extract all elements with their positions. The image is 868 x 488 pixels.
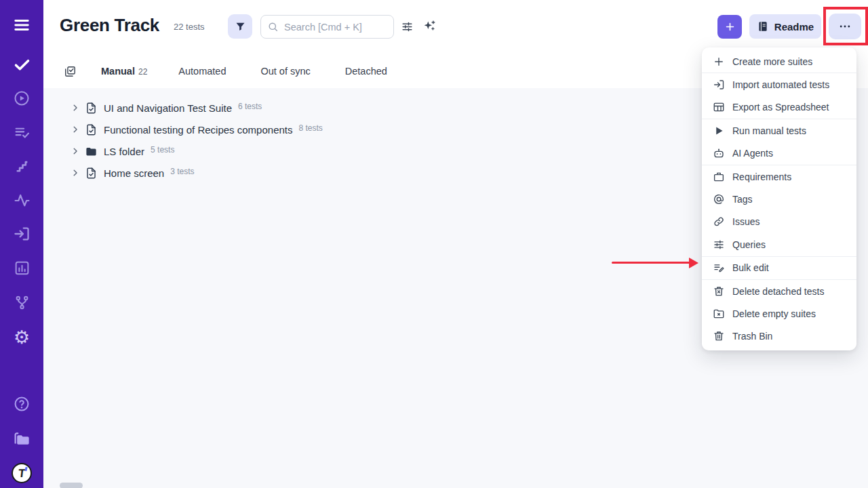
plus-icon bbox=[713, 56, 725, 68]
add-suite-button[interactable] bbox=[717, 15, 742, 39]
chevron-right-icon[interactable] bbox=[71, 103, 80, 113]
import-icon bbox=[713, 79, 725, 91]
tab-out-of-sync[interactable]: Out of sync bbox=[260, 66, 313, 77]
search-box bbox=[260, 15, 394, 39]
readme-label: Readme bbox=[774, 21, 814, 33]
page-title: Green Track bbox=[60, 15, 159, 36]
milestones-steps-icon[interactable] bbox=[8, 152, 35, 180]
suite-count: 6 tests bbox=[238, 102, 262, 111]
chevron-right-icon[interactable] bbox=[71, 168, 80, 178]
suite-count: 3 tests bbox=[170, 167, 194, 176]
menu-item-import-automated-tests[interactable]: Import automated tests bbox=[702, 73, 856, 96]
tabs-row: Manual22 Automated Out of sync Detached bbox=[64, 62, 422, 80]
app-logo[interactable]: T bbox=[8, 460, 35, 487]
ai-sparkles-icon[interactable] bbox=[422, 19, 437, 35]
menu-item-queries[interactable]: Queries bbox=[702, 233, 856, 256]
plus-icon bbox=[724, 21, 736, 33]
tests-check-icon[interactable] bbox=[8, 51, 35, 78]
tab-count: 22 bbox=[138, 67, 147, 77]
menu-item-tags[interactable]: Tags bbox=[702, 188, 856, 210]
chevron-right-icon[interactable] bbox=[71, 125, 80, 134]
trash-icon bbox=[713, 330, 725, 342]
menu-item-delete-detached-tests[interactable]: Delete detached tests bbox=[702, 280, 856, 302]
book-icon bbox=[757, 20, 769, 33]
ellipsis-icon bbox=[838, 20, 852, 33]
help-icon[interactable] bbox=[8, 390, 35, 418]
more-actions-menu: Create more suites Import automated test… bbox=[702, 47, 856, 350]
tab-detached[interactable]: Detached bbox=[345, 66, 391, 77]
sliders-icon bbox=[713, 239, 725, 251]
link-icon bbox=[713, 216, 725, 228]
search-input[interactable] bbox=[260, 15, 394, 39]
search-icon bbox=[267, 21, 279, 33]
test-plans-icon[interactable] bbox=[8, 119, 35, 146]
briefcase-icon bbox=[713, 171, 725, 183]
menu-item-export-as-spreadsheet[interactable]: Export as Spreadsheet bbox=[702, 96, 856, 119]
menu-item-create-more-suites[interactable]: Create more suites bbox=[702, 50, 856, 73]
filter-button[interactable] bbox=[228, 14, 252, 39]
at-sign-icon bbox=[713, 193, 725, 205]
logo-circle: T bbox=[12, 463, 32, 483]
hamburger-menu-icon[interactable] bbox=[8, 12, 35, 39]
spreadsheet-icon bbox=[713, 101, 725, 113]
tests-count: 22 tests bbox=[174, 22, 205, 32]
suite-count: 5 tests bbox=[151, 145, 174, 155]
chevron-right-icon[interactable] bbox=[71, 146, 80, 156]
sidebar: ⚙ T bbox=[0, 0, 43, 488]
suite-name: Home screen bbox=[104, 167, 164, 179]
menu-item-issues[interactable]: Issues bbox=[702, 211, 856, 233]
horizontal-scrollbar-thumb[interactable] bbox=[60, 483, 83, 488]
view-settings-sliders-icon[interactable] bbox=[401, 20, 414, 35]
trash-x-icon bbox=[713, 285, 725, 298]
menu-item-bulk-edit[interactable]: Bulk edit bbox=[702, 257, 856, 279]
suite-count: 8 tests bbox=[299, 123, 323, 133]
suite-name: UI and Navigation Test Suite bbox=[104, 102, 232, 114]
menu-item-requirements[interactable]: Requirements bbox=[702, 165, 856, 188]
gear-glyph: ⚙ bbox=[14, 328, 30, 346]
app-root: ⚙ T Green Track 22 tests bbox=[0, 0, 868, 488]
bulk-edit-icon bbox=[713, 262, 725, 274]
projects-folders-icon[interactable] bbox=[8, 425, 35, 452]
folder-x-icon bbox=[713, 308, 725, 320]
menu-item-ai-agents[interactable]: AI Agents bbox=[702, 142, 856, 165]
menu-item-delete-empty-suites[interactable]: Delete empty suites bbox=[702, 302, 856, 325]
more-actions-button[interactable] bbox=[829, 14, 861, 39]
suite-name: LS folder bbox=[104, 146, 144, 157]
readme-button[interactable]: Readme bbox=[749, 14, 821, 39]
pulse-activity-icon[interactable] bbox=[8, 186, 35, 214]
file-check-icon bbox=[85, 102, 98, 115]
menu-item-run-manual-tests[interactable]: Run manual tests bbox=[702, 119, 856, 142]
tab-manual[interactable]: Manual22 bbox=[101, 66, 147, 77]
import-box-icon[interactable] bbox=[8, 220, 35, 247]
settings-gear-icon[interactable]: ⚙ bbox=[8, 323, 35, 350]
analytics-chart-icon[interactable] bbox=[8, 254, 35, 281]
play-icon bbox=[713, 125, 725, 137]
branch-icon[interactable] bbox=[8, 289, 35, 316]
robot-icon bbox=[713, 147, 725, 159]
filter-funnel-icon bbox=[235, 21, 246, 33]
menu-item-trash-bin[interactable]: Trash Bin bbox=[702, 325, 856, 348]
runs-play-icon[interactable] bbox=[8, 85, 35, 112]
main-area: Green Track 22 tests bbox=[43, 0, 868, 488]
file-check-icon bbox=[85, 167, 98, 180]
file-check-icon bbox=[85, 123, 98, 136]
select-all-icon[interactable] bbox=[64, 65, 77, 78]
tab-automated[interactable]: Automated bbox=[178, 66, 229, 77]
suite-name: Functional testing of Recipes components bbox=[104, 124, 293, 136]
folder-icon bbox=[85, 145, 98, 158]
